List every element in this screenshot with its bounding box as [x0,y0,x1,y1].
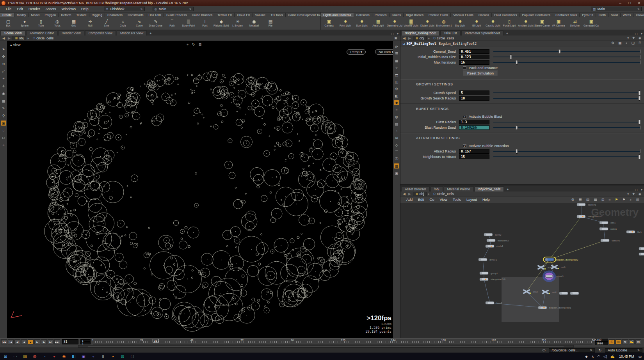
shelf-tool[interactable]: ▢Box [0,17,16,30]
menu-item[interactable]: Tools [450,198,464,202]
network-node[interactable]: Bogdan_BoilingTool1 [538,306,571,309]
transport-button[interactable]: ■ [28,339,34,344]
close-button[interactable]: ✕ [635,2,642,5]
shelf-set-selector[interactable]: ▥ Main ⇅ [591,7,642,11]
header-icon[interactable]: ⍰ [638,41,642,46]
pane-split-icon[interactable]: ◻ [633,32,639,35]
transport-button[interactable]: ◀ [21,339,27,344]
global-start-field[interactable]: 1 [80,339,91,342]
node-type-chip[interactable]: ◪SOP_BoilingTool [403,42,436,46]
slider-handle[interactable] [639,90,640,95]
desktop-selector[interactable]: ⊞ Chishbak ⇅ [104,7,145,11]
param-value-field[interactable]: 15 [459,154,489,159]
dropdown-icon[interactable]: ▾ [626,36,630,40]
new-pane-tab-button[interactable]: + [505,188,511,192]
network-node[interactable]: group1 [480,271,498,274]
shelf-tab[interactable]: Populate Containers [520,13,553,17]
display-option-icon[interactable]: ◇ [394,142,399,147]
viewport-tool-icon[interactable]: ◉ [1,91,6,96]
stepper-icon[interactable]: ⇅ [637,7,640,11]
shelf-tab[interactable]: Crowds [633,13,644,17]
shelf-tool[interactable]: ▒Spray Paint [180,17,197,30]
network-icon[interactable]: ◠ [596,355,602,358]
pane-split-icon[interactable]: ◻ [633,188,639,192]
shelf-tab[interactable]: Deform [59,13,74,17]
shelf-tab[interactable]: Create [0,13,14,17]
shelf-tool[interactable]: ⇄Switcher [567,17,583,30]
network-node[interactable]: out5 [538,266,552,269]
node-graph[interactable]: scatter1triangulate2d1add1point1scatter2… [400,203,644,339]
new-pane-tab-button[interactable]: + [504,32,510,35]
shelf-tool[interactable]: ✹GI Light [468,17,485,30]
network-editor-canvas[interactable]: Geometry scatter1triangulate2d1add1point… [400,203,644,339]
shelf-tool[interactable]: ⌒Path [164,17,180,30]
network-node[interactable]: point2 [484,233,501,236]
houdini-icon[interactable]: ◕ [108,353,117,360]
viewport-3d[interactable]: ➤✥↻⤢⌖✛◉▦✎⚲▣◌✂⌗ ⟳☰▦✧⬒◫⚙◧✹⌗◍▤◔⊞◇☰ⓘ▦▣ ▴ Vie… [0,41,400,338]
shelf-tab[interactable]: Grains [390,13,404,17]
shelf-tool[interactable]: ✎Draw Curve [148,17,164,30]
display-option-icon[interactable]: ⓘ [394,156,399,161]
shelf-tab[interactable]: Wires [621,13,633,17]
back-button[interactable]: ◀ [2,36,6,40]
firefox-icon[interactable]: ◉ [59,353,69,360]
refresh-icon[interactable]: ↻ [597,348,603,352]
slider-handle[interactable] [639,154,640,159]
viewport-tool-icon[interactable]: ◌ [1,128,6,133]
breadcrumb-node[interactable]: ⬡circle_cells [431,192,456,196]
reset-simulation-button[interactable]: Reset Simulation [463,71,498,76]
breadcrumb-obj[interactable]: ▩obj [12,36,27,40]
view-menu[interactable]: ▴ View [10,43,20,47]
back-button[interactable]: ◀ [402,192,406,196]
pen-icon[interactable]: ✍ [609,355,616,358]
network-node[interactable]: fuse1 [486,301,502,304]
param-value-field[interactable]: 5 [459,90,489,95]
dropdown-icon[interactable]: ▾ [626,192,630,196]
network-tool-icon[interactable]: ⊞ [600,198,606,202]
back-button[interactable]: ◀ [402,36,406,40]
display-option-icon[interactable]: ☰ [394,51,399,56]
display-option-icon[interactable]: ✹ [394,100,399,105]
header-icon[interactable]: ⌕ [625,41,628,46]
param-value-field[interactable]: 1.3 [459,120,489,124]
network-node[interactable] [639,247,644,250]
notification-center-icon[interactable]: ▭ [637,355,643,358]
range-thumb[interactable] [88,346,563,347]
shelf-tab[interactable]: Rigging [89,13,105,17]
playbar-icon[interactable]: ▤ [635,339,641,344]
shelf-tab[interactable]: Oceans [476,13,492,17]
start-button[interactable]: ⊞ [1,353,10,360]
end-frame-field[interactable]: 240 [595,339,608,342]
shelf-tab[interactable]: Cloth [596,13,608,17]
viewport-tool-icon[interactable]: ✂ [1,135,6,140]
slider-handle[interactable] [516,125,518,130]
network-node[interactable]: Bogdan_BoilingTool2 [543,257,578,262]
viewport-tool-icon[interactable]: ✥ [1,54,6,59]
slider-handle[interactable] [516,149,518,154]
current-frame-field[interactable]: 31 [62,339,78,344]
param-value-field[interactable]: 0.157 [459,149,489,154]
people-icon[interactable]: ☻ [583,355,590,358]
vscode-icon[interactable]: ◧ [69,353,78,360]
param-slider[interactable] [493,125,641,130]
shelf-tool[interactable]: ✳L-System [229,17,246,30]
network-node[interactable]: add1 [600,221,616,224]
display-option-icon[interactable]: ⊞ [394,135,399,140]
viewport-tool-icon[interactable]: ⤢ [1,69,6,74]
shelf-tool[interactable]: ▓Volume Light [403,17,419,30]
shelf-tool[interactable]: ✹Point Light [337,17,354,30]
network-tool-icon[interactable]: ▤ [585,198,591,202]
slider-handle[interactable] [510,55,512,59]
stepper-icon[interactable]: ⇅ [637,349,640,352]
shelf-tab[interactable]: Guide Process [164,13,189,17]
network-node[interactable]: file1 [626,231,642,233]
breadcrumb-node[interactable]: ⬡circle_cells [431,36,456,40]
network-node[interactable]: output1 [543,270,564,282]
shelf-tab[interactable]: Model [29,13,43,17]
shelf-tool[interactable]: ✹Sky Light [452,17,468,30]
message-bubble-icon[interactable]: ⬭ [541,348,547,353]
pane-tab[interactable]: Motion FX View [117,30,147,35]
display-option-icon[interactable]: ◔ [394,128,399,133]
display-option-icon[interactable]: ✧ [394,65,399,70]
viewport-tool-icon[interactable]: ⌗ [1,143,6,148]
